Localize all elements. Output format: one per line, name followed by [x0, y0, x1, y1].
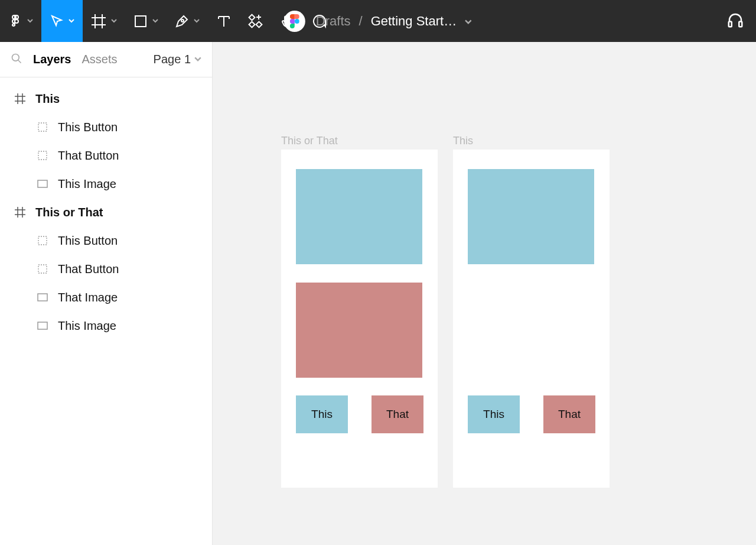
- layer-item[interactable]: This Image: [0, 312, 212, 340]
- svg-point-6: [181, 20, 184, 22]
- svg-rect-13: [249, 21, 255, 27]
- text-tool-button[interactable]: [208, 0, 240, 42]
- rectangle-icon: [37, 320, 48, 332]
- artboard[interactable]: This That: [453, 150, 610, 488]
- artboard[interactable]: This That: [281, 150, 438, 488]
- move-tool-icon: [50, 14, 64, 28]
- layer-label: That Image: [58, 291, 118, 304]
- button-label: This: [311, 408, 333, 421]
- layer-item[interactable]: That Button: [0, 141, 212, 170]
- artboard-button[interactable]: This: [296, 395, 348, 433]
- button-label: This: [483, 408, 504, 421]
- canvas-frame[interactable]: This This That: [453, 135, 610, 488]
- layer-label: This Button: [58, 234, 118, 248]
- artboard-button[interactable]: That: [372, 395, 423, 433]
- layer-item[interactable]: That Button: [0, 255, 212, 283]
- layers-panel: Layers Assets Page 1 This: [0, 42, 213, 545]
- figma-menu-icon: [8, 14, 22, 28]
- layer-item[interactable]: This Button: [0, 226, 212, 255]
- layer-item[interactable]: That Image: [0, 283, 212, 312]
- svg-point-16: [295, 19, 299, 24]
- rectangle-icon: [37, 291, 48, 303]
- layer-label: This Image: [58, 177, 116, 191]
- svg-rect-18: [739, 21, 742, 27]
- layer-label: This: [35, 92, 60, 106]
- component-icon: [37, 235, 48, 246]
- frame-title[interactable]: This or That: [281, 135, 438, 147]
- canvas[interactable]: This or That This That This This: [213, 42, 756, 545]
- tab-assets[interactable]: Assets: [82, 53, 118, 66]
- svg-rect-12: [256, 21, 262, 27]
- image-rect[interactable]: [468, 169, 594, 264]
- move-tool-button[interactable]: [41, 0, 83, 42]
- shape-tool-button[interactable]: [125, 0, 167, 42]
- tab-layers[interactable]: Layers: [33, 53, 71, 66]
- layer-label: This Button: [58, 121, 118, 134]
- svg-rect-17: [729, 21, 732, 27]
- svg-rect-27: [38, 180, 47, 187]
- frame-tool-button[interactable]: [83, 0, 125, 42]
- pen-tool-icon: [175, 14, 189, 28]
- layer-label: This Image: [58, 319, 116, 333]
- button-label: That: [558, 408, 581, 421]
- layer-item[interactable]: This Image: [0, 170, 212, 198]
- artboard-button[interactable]: That: [543, 395, 595, 433]
- rectangle-icon: [37, 178, 48, 190]
- chevron-down-icon: [27, 18, 33, 24]
- breadcrumb-parent[interactable]: Drafts: [316, 14, 351, 29]
- chevron-down-icon: [194, 57, 201, 63]
- layer-label: That Button: [58, 262, 119, 276]
- layer-label: This or That: [35, 206, 103, 219]
- svg-line-20: [18, 60, 21, 63]
- chevron-down-icon: [69, 18, 74, 24]
- component-icon: [37, 150, 48, 161]
- svg-rect-25: [38, 123, 47, 131]
- chevron-down-icon: [152, 18, 158, 24]
- canvas-frame[interactable]: This or That This That: [281, 135, 438, 488]
- image-rect[interactable]: [296, 283, 422, 378]
- frame-icon: [14, 206, 26, 218]
- svg-rect-33: [38, 265, 47, 273]
- svg-point-19: [12, 54, 19, 61]
- layer-label: That Button: [58, 149, 119, 163]
- search-icon[interactable]: [11, 53, 22, 67]
- svg-rect-26: [38, 151, 47, 160]
- resources-icon: [248, 14, 263, 29]
- page-selector[interactable]: Page 1: [154, 53, 201, 66]
- layer-frame[interactable]: This: [0, 85, 212, 113]
- svg-rect-35: [38, 322, 47, 329]
- figma-file-icon: [284, 11, 305, 32]
- layer-item[interactable]: This Button: [0, 113, 212, 141]
- layer-list: This This Button That Button This Image: [0, 77, 212, 340]
- button-label: That: [386, 408, 409, 421]
- component-icon: [37, 263, 48, 275]
- resources-tool-button[interactable]: [240, 0, 272, 42]
- breadcrumb: Drafts / Getting Start…: [284, 11, 472, 32]
- image-rect[interactable]: [296, 169, 422, 264]
- svg-rect-5: [135, 16, 146, 27]
- text-tool-icon: [216, 14, 232, 29]
- artboard-button[interactable]: This: [468, 395, 520, 433]
- chevron-down-icon: [111, 18, 117, 24]
- chevron-down-icon: [194, 18, 200, 24]
- frame-title[interactable]: This: [453, 135, 610, 147]
- layer-frame[interactable]: This or That: [0, 198, 212, 226]
- svg-rect-34: [38, 294, 47, 301]
- component-icon: [37, 121, 48, 133]
- page-label: Page 1: [154, 53, 191, 66]
- svg-rect-11: [249, 14, 255, 20]
- frame-icon: [14, 93, 26, 105]
- frame-tool-icon: [91, 14, 106, 29]
- breadcrumb-current[interactable]: Getting Start…: [371, 14, 457, 29]
- toolbar: Drafts / Getting Start…: [0, 0, 756, 42]
- chevron-down-icon[interactable]: [465, 14, 472, 29]
- main-menu-button[interactable]: [0, 0, 41, 42]
- headphones-icon[interactable]: [726, 11, 744, 31]
- svg-rect-32: [38, 236, 47, 245]
- breadcrumb-separator: /: [359, 14, 363, 29]
- pen-tool-button[interactable]: [167, 0, 208, 42]
- rectangle-tool-icon: [133, 14, 148, 28]
- svg-point-0: [15, 20, 18, 23]
